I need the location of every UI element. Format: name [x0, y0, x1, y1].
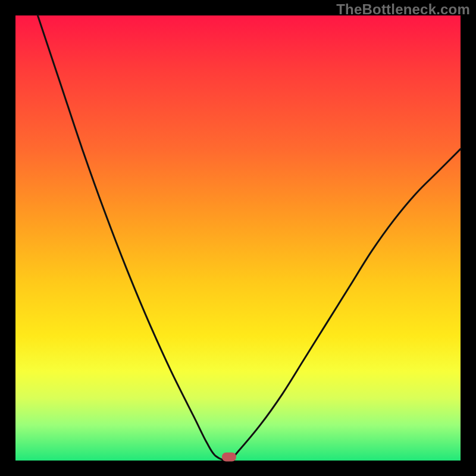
bottleneck-curve: [15, 15, 461, 461]
chart-frame: TheBottleneck.com: [0, 0, 476, 476]
optimum-marker: [222, 453, 236, 462]
plot-area: [15, 15, 461, 461]
